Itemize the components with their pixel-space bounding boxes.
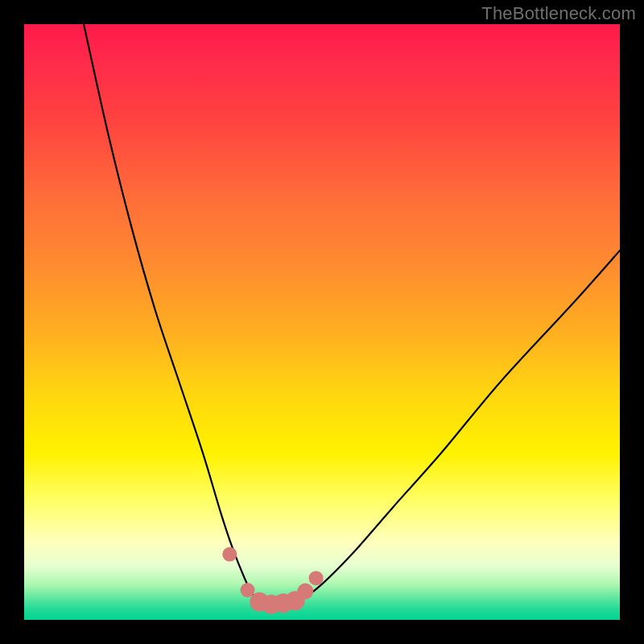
trough-dot: [309, 571, 324, 585]
trough-dot: [222, 547, 237, 562]
plot-area: [24, 24, 620, 620]
chart-frame: TheBottleneck.com: [0, 0, 644, 644]
watermark-text: TheBottleneck.com: [481, 3, 636, 24]
curve-layer: [24, 24, 620, 620]
bottleneck-curve: [84, 24, 620, 606]
trough-dot: [241, 583, 255, 597]
trough-markers: [222, 547, 323, 614]
trough-dot: [297, 583, 313, 599]
